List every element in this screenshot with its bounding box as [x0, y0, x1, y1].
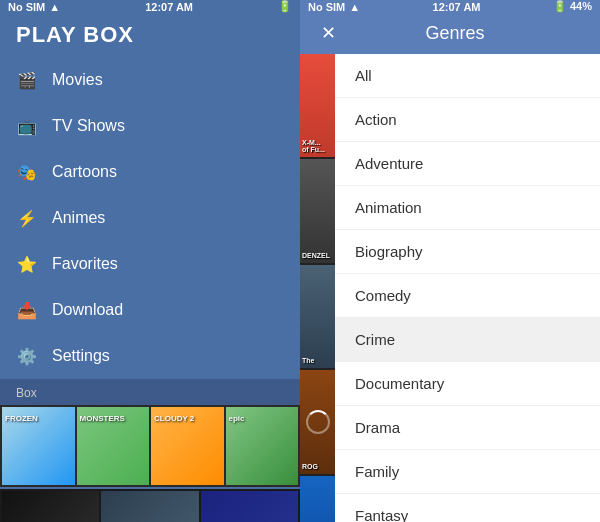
movie-poster-frozen[interactable]: FROZEN: [2, 407, 75, 485]
movie-poster-cloudy[interactable]: CLOUDY 2: [151, 407, 224, 485]
nav-item-settings[interactable]: ⚙️ Settings: [0, 333, 300, 379]
genre-name-documentary: Documentary: [355, 375, 444, 392]
genre-name-all: All: [355, 67, 372, 84]
movie-grid-row1: FROZEN MONSTERS CLOUDY 2 epic: [0, 405, 300, 487]
nav-label-cartoons: Cartoons: [52, 163, 117, 181]
status-bar: No SIM ▲ 12:07 AM 🔋 No SIM ▲ 12:07 AM 🔋 …: [0, 0, 600, 13]
genre-name-family: Family: [355, 463, 399, 480]
main-content: PLAY BOX 🎬 Movies 📺 TV Shows 🎭 Cartoons …: [0, 13, 600, 522]
battery-left: 🔋: [278, 0, 292, 13]
status-bar-right: No SIM ▲ 12:07 AM 🔋 44%: [300, 0, 600, 13]
carrier-left: No SIM: [8, 1, 45, 13]
time-right: 12:07 AM: [364, 1, 549, 13]
genre-item-crime[interactable]: Crime: [335, 318, 600, 362]
close-button[interactable]: ✕: [316, 21, 340, 45]
movie-grid-row2: Mal How VENG: [0, 489, 300, 522]
animes-icon: ⚡: [16, 207, 38, 229]
section-label-text: Box: [16, 386, 37, 400]
movie-poster-veng[interactable]: VENG: [201, 491, 298, 522]
carrier-right: No SIM: [308, 1, 345, 13]
nav-menu: 🎬 Movies 📺 TV Shows 🎭 Cartoons ⚡ Animes …: [0, 57, 300, 379]
poster-title-cloudy: CLOUDY 2: [151, 411, 197, 426]
genre-item-drama[interactable]: Drama: [335, 406, 600, 450]
settings-icon: ⚙️: [16, 345, 38, 367]
genre-item-comedy[interactable]: Comedy: [335, 274, 600, 318]
nav-item-tvshows[interactable]: 📺 TV Shows: [0, 103, 300, 149]
tvshows-icon: 📺: [16, 115, 38, 137]
nav-item-download[interactable]: 📥 Download: [0, 287, 300, 333]
nav-item-cartoons[interactable]: 🎭 Cartoons: [0, 149, 300, 195]
movie-poster-how[interactable]: How: [101, 491, 198, 522]
genre-name-fantasy: Fantasy: [355, 507, 408, 522]
nav-label-animes: Animes: [52, 209, 105, 227]
genre-item-all[interactable]: All: [335, 54, 600, 98]
app-title: PLAY BOX: [16, 22, 134, 48]
movie-poster-epic[interactable]: epic: [226, 407, 299, 485]
genre-name-animation: Animation: [355, 199, 422, 216]
genre-item-biography[interactable]: Biography: [335, 230, 600, 274]
genres-header: ✕ Genres: [300, 13, 600, 54]
poster-title-monsters: MONSTERS: [77, 411, 128, 426]
genre-name-drama: Drama: [355, 419, 400, 436]
movie-poster-mal[interactable]: Mal: [2, 491, 99, 522]
genre-item-documentary[interactable]: Documentary: [335, 362, 600, 406]
genre-item-fantasy[interactable]: Fantasy: [335, 494, 600, 522]
wifi-icon-right: ▲: [349, 1, 360, 13]
nav-label-tvshows: TV Shows: [52, 117, 125, 135]
nav-label-movies: Movies: [52, 71, 103, 89]
nav-item-movies[interactable]: 🎬 Movies: [0, 57, 300, 103]
poster-title-epic: epic: [226, 411, 248, 426]
genre-name-biography: Biography: [355, 243, 423, 260]
genre-list: All Action Adventure Animation Biography…: [335, 54, 600, 522]
time-left: 12:07 AM: [64, 1, 274, 13]
genre-name-comedy: Comedy: [355, 287, 411, 304]
genre-item-animation[interactable]: Animation: [335, 186, 600, 230]
nav-label-settings: Settings: [52, 347, 110, 365]
genre-item-family[interactable]: Family: [335, 450, 600, 494]
nav-item-animes[interactable]: ⚡ Animes: [0, 195, 300, 241]
movie-poster-monsters[interactable]: MONSTERS: [77, 407, 150, 485]
nav-label-download: Download: [52, 301, 123, 319]
movies-icon: 🎬: [16, 69, 38, 91]
cartoons-icon: 🎭: [16, 161, 38, 183]
app-header: PLAY BOX: [0, 13, 300, 57]
favorites-icon: ⭐: [16, 253, 38, 275]
nav-label-favorites: Favorites: [52, 255, 118, 273]
download-icon: 📥: [16, 299, 38, 321]
genre-item-adventure[interactable]: Adventure: [335, 142, 600, 186]
section-label: Box: [0, 379, 300, 405]
wifi-icon-left: ▲: [49, 1, 60, 13]
genre-item-action[interactable]: Action: [335, 98, 600, 142]
genre-name-adventure: Adventure: [355, 155, 423, 172]
battery-right: 🔋 44%: [553, 0, 592, 13]
nav-item-favorites[interactable]: ⭐ Favorites: [0, 241, 300, 287]
right-panel: ✕ Genres X-M...of Fu... DENZEL The ROG: [300, 13, 600, 522]
genre-name-crime: Crime: [355, 331, 395, 348]
genres-title: Genres: [350, 23, 560, 44]
poster-title-frozen: FROZEN: [2, 411, 41, 426]
genre-name-action: Action: [355, 111, 397, 128]
left-panel: PLAY BOX 🎬 Movies 📺 TV Shows 🎭 Cartoons …: [0, 13, 300, 522]
status-bar-left: No SIM ▲ 12:07 AM 🔋: [0, 0, 300, 13]
